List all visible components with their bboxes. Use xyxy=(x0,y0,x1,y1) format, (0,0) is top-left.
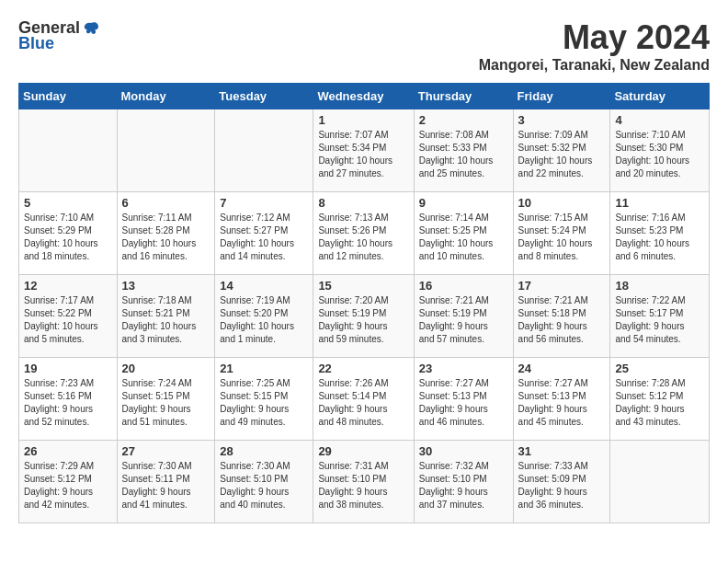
day-info: Sunrise: 7:26 AM Sunset: 5:14 PM Dayligh… xyxy=(318,377,408,429)
table-row: 11Sunrise: 7:16 AM Sunset: 5:23 PM Dayli… xyxy=(610,192,710,275)
location-title: Mangorei, Taranaki, New Zealand xyxy=(479,57,710,74)
table-row: 7Sunrise: 7:12 AM Sunset: 5:27 PM Daylig… xyxy=(215,192,313,275)
title-section: May 2024 Mangorei, Taranaki, New Zealand xyxy=(479,18,710,74)
table-row: 26Sunrise: 7:29 AM Sunset: 5:12 PM Dayli… xyxy=(19,441,118,523)
day-number: 11 xyxy=(615,196,704,210)
day-info: Sunrise: 7:27 AM Sunset: 5:13 PM Dayligh… xyxy=(419,377,508,429)
table-row: 4Sunrise: 7:10 AM Sunset: 5:30 PM Daylig… xyxy=(610,109,710,192)
col-friday: Friday xyxy=(513,84,610,109)
day-number: 17 xyxy=(518,279,606,293)
day-info: Sunrise: 7:07 AM Sunset: 5:34 PM Dayligh… xyxy=(318,129,408,180)
day-info: Sunrise: 7:12 AM Sunset: 5:27 PM Dayligh… xyxy=(220,212,308,263)
table-row: 3Sunrise: 7:09 AM Sunset: 5:32 PM Daylig… xyxy=(513,109,610,192)
day-info: Sunrise: 7:33 AM Sunset: 5:09 PM Dayligh… xyxy=(518,460,606,511)
table-row: 20Sunrise: 7:24 AM Sunset: 5:15 PM Dayli… xyxy=(117,358,215,441)
day-info: Sunrise: 7:21 AM Sunset: 5:19 PM Dayligh… xyxy=(419,294,508,346)
table-row: 27Sunrise: 7:30 AM Sunset: 5:11 PM Dayli… xyxy=(117,441,215,523)
day-info: Sunrise: 7:31 AM Sunset: 5:10 PM Dayligh… xyxy=(318,460,408,511)
day-number: 23 xyxy=(419,362,508,375)
day-info: Sunrise: 7:18 AM Sunset: 5:21 PM Dayligh… xyxy=(122,294,210,346)
day-number: 22 xyxy=(318,362,408,375)
day-number: 29 xyxy=(318,444,408,458)
month-title: May 2024 xyxy=(479,18,710,57)
table-row: 5Sunrise: 7:10 AM Sunset: 5:29 PM Daylig… xyxy=(19,192,118,275)
col-tuesday: Tuesday xyxy=(215,84,313,109)
day-number: 13 xyxy=(122,279,210,293)
day-info: Sunrise: 7:24 AM Sunset: 5:15 PM Dayligh… xyxy=(122,377,210,429)
day-number: 16 xyxy=(419,279,508,293)
table-row: 22Sunrise: 7:26 AM Sunset: 5:14 PM Dayli… xyxy=(313,358,414,441)
day-number: 24 xyxy=(518,362,606,375)
day-number: 19 xyxy=(24,362,112,375)
day-info: Sunrise: 7:30 AM Sunset: 5:10 PM Dayligh… xyxy=(220,460,308,511)
day-number: 21 xyxy=(220,362,308,375)
day-number: 1 xyxy=(318,113,408,127)
table-row: 17Sunrise: 7:21 AM Sunset: 5:18 PM Dayli… xyxy=(513,275,610,358)
calendar-row: 1Sunrise: 7:07 AM Sunset: 5:34 PM Daylig… xyxy=(19,109,710,192)
table-row: 14Sunrise: 7:19 AM Sunset: 5:20 PM Dayli… xyxy=(215,275,313,358)
logo-blue: Blue xyxy=(18,34,54,53)
table-row: 18Sunrise: 7:22 AM Sunset: 5:17 PM Dayli… xyxy=(610,275,710,358)
day-info: Sunrise: 7:32 AM Sunset: 5:10 PM Dayligh… xyxy=(419,460,508,511)
table-row: 6Sunrise: 7:11 AM Sunset: 5:28 PM Daylig… xyxy=(117,192,215,275)
day-info: Sunrise: 7:27 AM Sunset: 5:13 PM Dayligh… xyxy=(518,377,606,429)
day-number: 20 xyxy=(122,362,210,375)
table-row: 9Sunrise: 7:14 AM Sunset: 5:25 PM Daylig… xyxy=(414,192,513,275)
day-info: Sunrise: 7:13 AM Sunset: 5:26 PM Dayligh… xyxy=(318,212,408,263)
day-number: 28 xyxy=(220,444,308,458)
day-number: 5 xyxy=(24,196,112,210)
table-row: 16Sunrise: 7:21 AM Sunset: 5:19 PM Dayli… xyxy=(414,275,513,358)
day-info: Sunrise: 7:15 AM Sunset: 5:24 PM Dayligh… xyxy=(518,212,606,263)
day-info: Sunrise: 7:21 AM Sunset: 5:18 PM Dayligh… xyxy=(518,294,606,346)
day-info: Sunrise: 7:10 AM Sunset: 5:29 PM Dayligh… xyxy=(24,212,112,263)
calendar-row: 5Sunrise: 7:10 AM Sunset: 5:29 PM Daylig… xyxy=(19,192,710,275)
day-info: Sunrise: 7:29 AM Sunset: 5:12 PM Dayligh… xyxy=(24,460,112,511)
day-number: 12 xyxy=(24,279,112,293)
table-row: 8Sunrise: 7:13 AM Sunset: 5:26 PM Daylig… xyxy=(313,192,414,275)
table-row: 30Sunrise: 7:32 AM Sunset: 5:10 PM Dayli… xyxy=(414,441,513,523)
day-number: 7 xyxy=(220,196,308,210)
calendar-row: 26Sunrise: 7:29 AM Sunset: 5:12 PM Dayli… xyxy=(19,441,710,523)
table-row xyxy=(610,441,710,523)
col-saturday: Saturday xyxy=(610,84,710,109)
day-info: Sunrise: 7:14 AM Sunset: 5:25 PM Dayligh… xyxy=(419,212,508,263)
day-number: 31 xyxy=(518,444,606,458)
day-number: 8 xyxy=(318,196,408,210)
table-row xyxy=(215,109,313,192)
day-number: 27 xyxy=(122,444,210,458)
header-row: Sunday Monday Tuesday Wednesday Thursday… xyxy=(19,84,710,109)
col-wednesday: Wednesday xyxy=(313,84,414,109)
day-info: Sunrise: 7:22 AM Sunset: 5:17 PM Dayligh… xyxy=(615,294,704,346)
day-info: Sunrise: 7:23 AM Sunset: 5:16 PM Dayligh… xyxy=(24,377,112,429)
day-info: Sunrise: 7:09 AM Sunset: 5:32 PM Dayligh… xyxy=(518,129,606,180)
table-row: 2Sunrise: 7:08 AM Sunset: 5:33 PM Daylig… xyxy=(414,109,513,192)
day-number: 25 xyxy=(615,362,704,375)
col-monday: Monday xyxy=(117,84,215,109)
day-number: 9 xyxy=(419,196,508,210)
table-row: 12Sunrise: 7:17 AM Sunset: 5:22 PM Dayli… xyxy=(19,275,118,358)
logo-bird-icon xyxy=(82,19,100,38)
header: General Blue May 2024 Mangorei, Taranaki… xyxy=(18,18,710,74)
table-row: 15Sunrise: 7:20 AM Sunset: 5:19 PM Dayli… xyxy=(313,275,414,358)
table-row xyxy=(19,109,118,192)
table-row: 21Sunrise: 7:25 AM Sunset: 5:15 PM Dayli… xyxy=(215,358,313,441)
day-number: 6 xyxy=(122,196,210,210)
day-number: 18 xyxy=(615,279,704,293)
calendar-row: 19Sunrise: 7:23 AM Sunset: 5:16 PM Dayli… xyxy=(19,358,710,441)
day-info: Sunrise: 7:25 AM Sunset: 5:15 PM Dayligh… xyxy=(220,377,308,429)
day-info: Sunrise: 7:20 AM Sunset: 5:19 PM Dayligh… xyxy=(318,294,408,346)
logo: General Blue xyxy=(18,18,100,53)
day-info: Sunrise: 7:11 AM Sunset: 5:28 PM Dayligh… xyxy=(122,212,210,263)
day-info: Sunrise: 7:30 AM Sunset: 5:11 PM Dayligh… xyxy=(122,460,210,511)
col-sunday: Sunday xyxy=(19,84,118,109)
day-number: 26 xyxy=(24,444,112,458)
table-row: 19Sunrise: 7:23 AM Sunset: 5:16 PM Dayli… xyxy=(19,358,118,441)
day-number: 4 xyxy=(615,113,704,127)
day-info: Sunrise: 7:16 AM Sunset: 5:23 PM Dayligh… xyxy=(615,212,704,263)
calendar-row: 12Sunrise: 7:17 AM Sunset: 5:22 PM Dayli… xyxy=(19,275,710,358)
day-info: Sunrise: 7:08 AM Sunset: 5:33 PM Dayligh… xyxy=(419,129,508,180)
col-thursday: Thursday xyxy=(414,84,513,109)
table-row: 28Sunrise: 7:30 AM Sunset: 5:10 PM Dayli… xyxy=(215,441,313,523)
day-info: Sunrise: 7:19 AM Sunset: 5:20 PM Dayligh… xyxy=(220,294,308,346)
table-row: 24Sunrise: 7:27 AM Sunset: 5:13 PM Dayli… xyxy=(513,358,610,441)
